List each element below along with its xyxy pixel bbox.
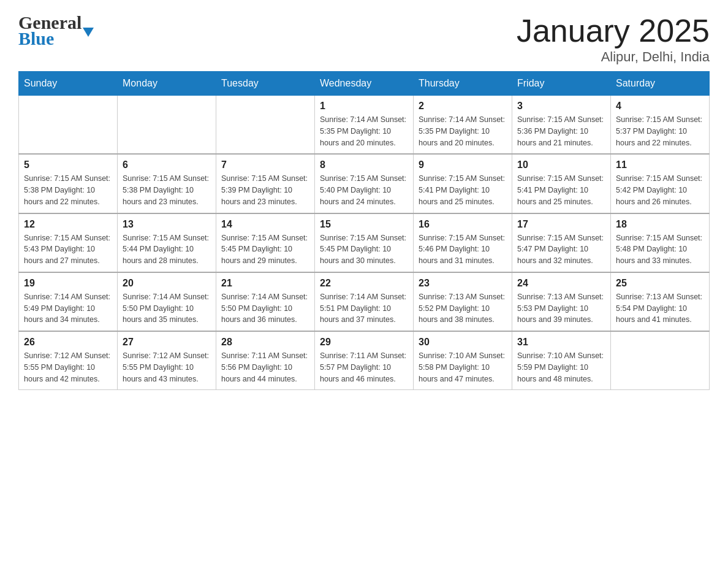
day-number: 14 bbox=[221, 219, 309, 230]
day-number: 7 bbox=[221, 159, 309, 170]
week-row-1: 1Sunrise: 7:14 AM Sunset: 5:35 PM Daylig… bbox=[19, 96, 710, 155]
day-info: Sunrise: 7:13 AM Sunset: 5:53 PM Dayligh… bbox=[517, 291, 605, 326]
day-info: Sunrise: 7:13 AM Sunset: 5:54 PM Dayligh… bbox=[616, 291, 704, 326]
day-info: Sunrise: 7:15 AM Sunset: 5:40 PM Dayligh… bbox=[320, 173, 408, 207]
day-number: 18 bbox=[616, 219, 704, 230]
calendar-cell: 6Sunrise: 7:15 AM Sunset: 5:38 PM Daylig… bbox=[118, 154, 216, 213]
day-info: Sunrise: 7:15 AM Sunset: 5:38 PM Dayligh… bbox=[24, 173, 112, 207]
calendar-cell: 31Sunrise: 7:10 AM Sunset: 5:59 PM Dayli… bbox=[512, 331, 611, 390]
day-number: 22 bbox=[320, 278, 408, 289]
calendar-cell: 9Sunrise: 7:15 AM Sunset: 5:41 PM Daylig… bbox=[414, 154, 512, 213]
calendar-cell: 16Sunrise: 7:15 AM Sunset: 5:46 PM Dayli… bbox=[414, 213, 512, 272]
day-number: 19 bbox=[24, 278, 112, 289]
logo-blue-b: B bbox=[18, 28, 31, 49]
day-info: Sunrise: 7:10 AM Sunset: 5:58 PM Dayligh… bbox=[419, 350, 507, 385]
calendar-cell bbox=[216, 96, 315, 155]
calendar-cell: 7Sunrise: 7:15 AM Sunset: 5:39 PM Daylig… bbox=[216, 154, 315, 213]
day-info: Sunrise: 7:15 AM Sunset: 5:48 PM Dayligh… bbox=[616, 232, 704, 267]
calendar-cell: 29Sunrise: 7:11 AM Sunset: 5:57 PM Dayli… bbox=[315, 331, 414, 390]
day-info: Sunrise: 7:13 AM Sunset: 5:52 PM Dayligh… bbox=[419, 291, 507, 326]
calendar-cell: 27Sunrise: 7:12 AM Sunset: 5:55 PM Dayli… bbox=[118, 331, 216, 390]
calendar-cell: 19Sunrise: 7:14 AM Sunset: 5:49 PM Dayli… bbox=[19, 272, 118, 331]
week-row-3: 12Sunrise: 7:15 AM Sunset: 5:43 PM Dayli… bbox=[19, 213, 710, 272]
calendar-cell: 18Sunrise: 7:15 AM Sunset: 5:48 PM Dayli… bbox=[611, 213, 710, 272]
day-info: Sunrise: 7:15 AM Sunset: 5:43 PM Dayligh… bbox=[24, 232, 112, 267]
day-number: 11 bbox=[616, 159, 704, 170]
day-of-week-monday: Monday bbox=[118, 72, 216, 96]
day-number: 21 bbox=[221, 278, 309, 289]
calendar-cell: 14Sunrise: 7:15 AM Sunset: 5:45 PM Dayli… bbox=[216, 213, 315, 272]
calendar-cell: 26Sunrise: 7:12 AM Sunset: 5:55 PM Dayli… bbox=[19, 331, 118, 390]
calendar-header: SundayMondayTuesdayWednesdayThursdayFrid… bbox=[19, 72, 710, 96]
calendar-cell bbox=[19, 96, 118, 155]
day-of-week-tuesday: Tuesday bbox=[216, 72, 315, 96]
day-number: 3 bbox=[517, 101, 605, 112]
day-info: Sunrise: 7:15 AM Sunset: 5:45 PM Dayligh… bbox=[221, 232, 309, 267]
calendar-cell: 25Sunrise: 7:13 AM Sunset: 5:54 PM Dayli… bbox=[611, 272, 710, 331]
week-row-2: 5Sunrise: 7:15 AM Sunset: 5:38 PM Daylig… bbox=[19, 154, 710, 213]
day-number: 2 bbox=[419, 101, 507, 112]
header-row: SundayMondayTuesdayWednesdayThursdayFrid… bbox=[19, 72, 710, 96]
day-of-week-wednesday: Wednesday bbox=[315, 72, 414, 96]
calendar-cell: 2Sunrise: 7:14 AM Sunset: 5:35 PM Daylig… bbox=[414, 96, 512, 155]
calendar-cell: 20Sunrise: 7:14 AM Sunset: 5:50 PM Dayli… bbox=[118, 272, 216, 331]
day-number: 13 bbox=[123, 219, 211, 230]
logo: G eneral B lue bbox=[18, 12, 94, 49]
day-number: 17 bbox=[517, 219, 605, 230]
day-number: 23 bbox=[419, 278, 507, 289]
calendar-cell: 15Sunrise: 7:15 AM Sunset: 5:45 PM Dayli… bbox=[315, 213, 414, 272]
calendar-cell bbox=[118, 96, 216, 155]
day-info: Sunrise: 7:12 AM Sunset: 5:55 PM Dayligh… bbox=[123, 350, 211, 385]
calendar-cell: 3Sunrise: 7:15 AM Sunset: 5:36 PM Daylig… bbox=[512, 96, 611, 155]
calendar-cell: 23Sunrise: 7:13 AM Sunset: 5:52 PM Dayli… bbox=[414, 272, 512, 331]
calendar-cell: 22Sunrise: 7:14 AM Sunset: 5:51 PM Dayli… bbox=[315, 272, 414, 331]
day-number: 10 bbox=[517, 159, 605, 170]
main-title: January 2025 bbox=[517, 12, 710, 49]
calendar-cell: 13Sunrise: 7:15 AM Sunset: 5:44 PM Dayli… bbox=[118, 213, 216, 272]
calendar-cell: 4Sunrise: 7:15 AM Sunset: 5:37 PM Daylig… bbox=[611, 96, 710, 155]
calendar-cell: 21Sunrise: 7:14 AM Sunset: 5:50 PM Dayli… bbox=[216, 272, 315, 331]
day-number: 30 bbox=[419, 337, 507, 348]
day-number: 8 bbox=[320, 159, 408, 170]
day-info: Sunrise: 7:15 AM Sunset: 5:45 PM Dayligh… bbox=[320, 232, 408, 267]
subtitle: Alipur, Delhi, India bbox=[517, 49, 710, 65]
day-number: 29 bbox=[320, 337, 408, 348]
day-info: Sunrise: 7:14 AM Sunset: 5:35 PM Dayligh… bbox=[320, 114, 408, 148]
day-info: Sunrise: 7:15 AM Sunset: 5:38 PM Dayligh… bbox=[123, 173, 211, 207]
calendar-cell: 17Sunrise: 7:15 AM Sunset: 5:47 PM Dayli… bbox=[512, 213, 611, 272]
calendar-table: SundayMondayTuesdayWednesdayThursdayFrid… bbox=[18, 71, 710, 390]
day-number: 24 bbox=[517, 278, 605, 289]
calendar-cell: 30Sunrise: 7:10 AM Sunset: 5:58 PM Dayli… bbox=[414, 331, 512, 390]
day-number: 28 bbox=[221, 337, 309, 348]
day-number: 20 bbox=[123, 278, 211, 289]
day-of-week-saturday: Saturday bbox=[611, 72, 710, 96]
calendar-cell: 24Sunrise: 7:13 AM Sunset: 5:53 PM Dayli… bbox=[512, 272, 611, 331]
day-number: 25 bbox=[616, 278, 704, 289]
page-header: G eneral B lue January 2025 Alipur, Delh… bbox=[18, 12, 710, 65]
week-row-5: 26Sunrise: 7:12 AM Sunset: 5:55 PM Dayli… bbox=[19, 331, 710, 390]
calendar-cell: 10Sunrise: 7:15 AM Sunset: 5:41 PM Dayli… bbox=[512, 154, 611, 213]
day-number: 5 bbox=[24, 159, 112, 170]
day-info: Sunrise: 7:15 AM Sunset: 5:47 PM Dayligh… bbox=[517, 232, 605, 267]
day-info: Sunrise: 7:15 AM Sunset: 5:41 PM Dayligh… bbox=[517, 173, 605, 207]
day-number: 1 bbox=[320, 101, 408, 112]
day-info: Sunrise: 7:15 AM Sunset: 5:39 PM Dayligh… bbox=[221, 173, 309, 207]
calendar-body: 1Sunrise: 7:14 AM Sunset: 5:35 PM Daylig… bbox=[19, 96, 710, 390]
logo-triangle-icon bbox=[83, 28, 94, 37]
calendar-cell bbox=[611, 331, 710, 390]
day-info: Sunrise: 7:14 AM Sunset: 5:50 PM Dayligh… bbox=[221, 291, 309, 326]
day-info: Sunrise: 7:14 AM Sunset: 5:35 PM Dayligh… bbox=[419, 114, 507, 148]
calendar-cell: 5Sunrise: 7:15 AM Sunset: 5:38 PM Daylig… bbox=[19, 154, 118, 213]
day-info: Sunrise: 7:12 AM Sunset: 5:55 PM Dayligh… bbox=[24, 350, 112, 385]
day-number: 9 bbox=[419, 159, 507, 170]
day-number: 26 bbox=[24, 337, 112, 348]
day-number: 12 bbox=[24, 219, 112, 230]
day-info: Sunrise: 7:11 AM Sunset: 5:56 PM Dayligh… bbox=[221, 350, 309, 385]
title-block: January 2025 Alipur, Delhi, India bbox=[517, 12, 710, 65]
day-number: 6 bbox=[123, 159, 211, 170]
day-info: Sunrise: 7:14 AM Sunset: 5:49 PM Dayligh… bbox=[24, 291, 112, 326]
day-info: Sunrise: 7:15 AM Sunset: 5:37 PM Dayligh… bbox=[616, 114, 704, 148]
day-info: Sunrise: 7:15 AM Sunset: 5:41 PM Dayligh… bbox=[419, 173, 507, 207]
day-number: 15 bbox=[320, 219, 408, 230]
day-of-week-friday: Friday bbox=[512, 72, 611, 96]
